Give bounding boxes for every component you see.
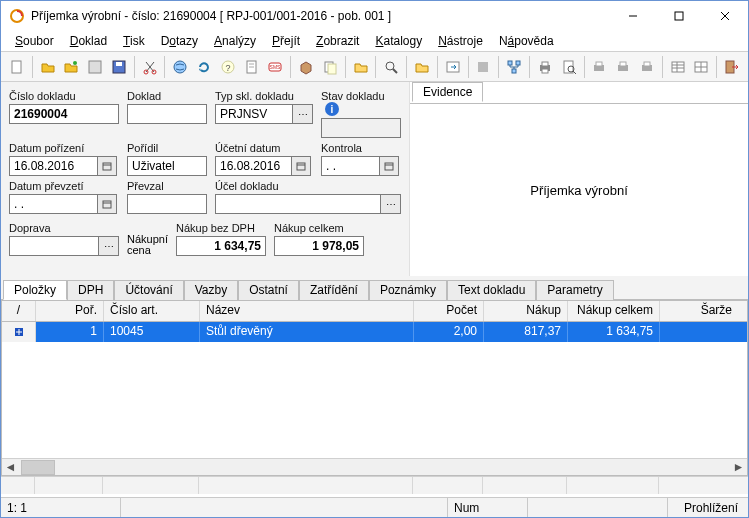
doprava-lookup-button[interactable]: ⋯ <box>99 236 119 256</box>
poridil-field[interactable]: Uživatel <box>127 156 207 176</box>
svg-point-6 <box>73 61 77 65</box>
exit-icon[interactable] <box>720 56 744 78</box>
ucet-dat-field[interactable]: 16.08.2016 <box>215 156 291 176</box>
tab-účtování[interactable]: Účtování <box>114 280 183 300</box>
menu-dotazy[interactable]: Dotazy <box>153 32 206 50</box>
datum-por-label: Datum pořízení <box>9 142 119 154</box>
typ-field[interactable]: PRJNSV <box>215 104 293 124</box>
gray-icon[interactable] <box>472 56 496 78</box>
grid2-icon[interactable] <box>690 56 714 78</box>
menu-nástroje[interactable]: Nástroje <box>430 32 491 50</box>
col-name[interactable]: Název <box>200 301 414 321</box>
cut-icon[interactable] <box>138 56 162 78</box>
kontrola-field[interactable]: . . <box>321 156 379 176</box>
cell-por: 1 <box>36 322 104 342</box>
scrollbar-horizontal[interactable]: ◄ ► <box>2 458 747 475</box>
datum-por-field[interactable]: 16.08.2016 <box>9 156 97 176</box>
menu-analýzy[interactable]: Analýzy <box>206 32 264 50</box>
col-por[interactable]: Poř. <box>36 301 104 321</box>
folder2-icon[interactable] <box>410 56 434 78</box>
tab-zatřídění[interactable]: Zatřídění <box>299 280 369 300</box>
nakup-cena-label2: cena <box>127 245 168 256</box>
tab-dph[interactable]: DPH <box>67 280 114 300</box>
minimize-button[interactable] <box>610 1 656 31</box>
col-art[interactable]: Číslo art. <box>104 301 200 321</box>
tab-parametry[interactable]: Parametry <box>536 280 613 300</box>
maximize-button[interactable] <box>656 1 702 31</box>
calendar-icon[interactable] <box>379 156 399 176</box>
ucel-lookup-button[interactable]: ⋯ <box>381 194 401 214</box>
menu-zobrazit[interactable]: Zobrazit <box>308 32 367 50</box>
cell-sarz <box>660 322 738 342</box>
print-icon[interactable] <box>533 56 557 78</box>
menu-katalogy[interactable]: Katalogy <box>367 32 430 50</box>
tab-poznámky[interactable]: Poznámky <box>369 280 447 300</box>
sms-icon[interactable]: SMS <box>263 56 287 78</box>
find-icon[interactable] <box>379 56 403 78</box>
save-disk-icon[interactable] <box>107 56 131 78</box>
grid-footer <box>1 476 748 494</box>
print2-icon[interactable] <box>588 56 612 78</box>
open-icon[interactable] <box>36 56 60 78</box>
scroll-right-icon[interactable]: ► <box>730 459 747 476</box>
menu-nápověda[interactable]: Nápověda <box>491 32 562 50</box>
calendar-icon[interactable] <box>97 156 117 176</box>
svg-rect-5 <box>12 61 21 73</box>
ucel-field[interactable] <box>215 194 381 214</box>
col-sarz[interactable]: Šarže <box>660 301 738 321</box>
datum-prev-field[interactable]: . . <box>9 194 97 214</box>
table-row[interactable]: 1 10045 Stůl dřevěný 2,00 817,37 1 634,7… <box>2 322 747 342</box>
print4-icon[interactable] <box>635 56 659 78</box>
menu-přejít[interactable]: Přejít <box>264 32 308 50</box>
tab-položky[interactable]: Položky <box>3 280 67 300</box>
tab-text-dokladu[interactable]: Text dokladu <box>447 280 536 300</box>
doprava-field[interactable] <box>9 236 99 256</box>
box-icon[interactable] <box>294 56 318 78</box>
calendar-icon[interactable] <box>291 156 311 176</box>
open2-icon[interactable] <box>59 56 83 78</box>
menu-soubor[interactable]: Soubor <box>7 32 62 50</box>
print3-icon[interactable] <box>611 56 635 78</box>
doklad-field[interactable] <box>127 104 207 124</box>
svg-text:?: ? <box>225 63 230 73</box>
grid: / Poř. Číslo art. Název Počet Nákup Náku… <box>1 300 748 476</box>
doc-no-field[interactable]: 21690004 <box>9 104 119 124</box>
folder-icon[interactable] <box>349 56 373 78</box>
info-icon[interactable]: i <box>325 102 339 116</box>
menu-doklad[interactable]: Doklad <box>62 32 115 50</box>
menu-tisk[interactable]: Tisk <box>115 32 153 50</box>
prevzal-field[interactable] <box>127 194 207 214</box>
save-icon[interactable] <box>83 56 107 78</box>
stav-label: Stav dokladui <box>321 90 401 116</box>
col-poc[interactable]: Počet <box>414 301 484 321</box>
svg-rect-2 <box>675 12 683 20</box>
svg-rect-51 <box>103 163 111 170</box>
calendar-icon[interactable] <box>97 194 117 214</box>
close-button[interactable] <box>702 1 748 31</box>
prevzal-label: Převzal <box>127 180 207 192</box>
refresh-icon[interactable] <box>192 56 216 78</box>
goto-icon[interactable] <box>441 56 465 78</box>
doklad-label: Doklad <box>127 90 207 102</box>
svg-rect-30 <box>512 69 516 73</box>
svg-rect-9 <box>116 62 122 66</box>
copy-icon[interactable] <box>318 56 342 78</box>
globe-icon[interactable] <box>168 56 192 78</box>
tab-evidence[interactable]: Evidence <box>412 82 483 102</box>
new-icon[interactable] <box>5 56 29 78</box>
grid-icon[interactable] <box>666 56 690 78</box>
tree-icon[interactable] <box>502 56 526 78</box>
preview-icon[interactable] <box>557 56 581 78</box>
col-nak[interactable]: Nákup <box>484 301 568 321</box>
typ-lookup-button[interactable]: ⋯ <box>293 104 313 124</box>
doc-icon[interactable] <box>240 56 264 78</box>
tab-ostatní[interactable]: Ostatní <box>238 280 299 300</box>
svg-rect-23 <box>328 64 336 74</box>
col-handle[interactable]: / <box>2 301 36 321</box>
col-nakc[interactable]: Nákup celkem <box>568 301 660 321</box>
help-icon[interactable]: ? <box>216 56 240 78</box>
tab-vazby[interactable]: Vazby <box>184 280 238 300</box>
svg-rect-43 <box>672 62 684 72</box>
scroll-left-icon[interactable]: ◄ <box>2 459 19 476</box>
scroll-thumb[interactable] <box>21 460 55 475</box>
